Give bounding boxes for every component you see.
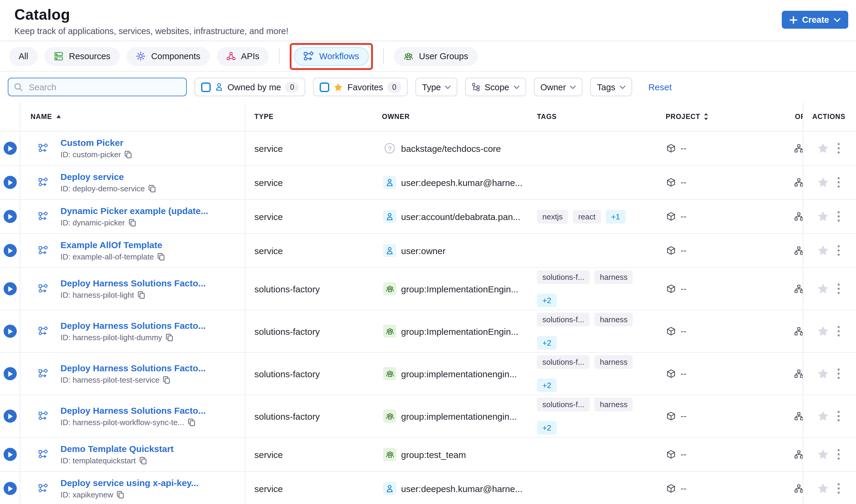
org-chart-icon[interactable]: [794, 178, 803, 187]
org-chart-icon[interactable]: [794, 484, 803, 493]
search-input[interactable]: [28, 82, 181, 92]
copy-icon[interactable]: [188, 418, 195, 426]
favorite-star-button[interactable]: [817, 283, 829, 295]
run-workflow-button[interactable]: [3, 482, 16, 495]
run-workflow-button[interactable]: [3, 367, 16, 380]
entity-name-link[interactable]: Custom Picker: [61, 138, 123, 148]
chevron-down-icon: [570, 85, 576, 89]
favorites-checkbox[interactable]: [320, 82, 329, 92]
owner-filter-dropdown[interactable]: Owner: [534, 78, 582, 96]
row-menu-button[interactable]: [837, 411, 840, 421]
run-workflow-button[interactable]: [3, 244, 16, 257]
copy-icon[interactable]: [117, 491, 124, 499]
row-menu-button[interactable]: [837, 483, 840, 494]
row-menu-button[interactable]: [837, 283, 840, 294]
tab-user-groups[interactable]: User Groups: [394, 47, 478, 66]
run-workflow-button[interactable]: [3, 142, 16, 155]
copy-icon[interactable]: [157, 253, 165, 261]
tab-resources[interactable]: Resources: [44, 47, 120, 66]
entity-name-link[interactable]: Example AllOf Template: [61, 240, 162, 250]
entity-name-link[interactable]: Deploy Harness Solutions Facto...: [61, 363, 206, 373]
favorite-star-button[interactable]: [817, 483, 829, 494]
reset-filters-link[interactable]: Reset: [648, 82, 672, 92]
org-chart-icon[interactable]: [794, 246, 803, 255]
org-chart-icon[interactable]: [794, 412, 803, 420]
copy-icon[interactable]: [149, 185, 156, 193]
entity-name-link[interactable]: Deploy service: [61, 172, 124, 182]
column-header-project[interactable]: PROJECT: [666, 102, 778, 131]
tags: solutions-f...harness+2: [537, 313, 662, 350]
copy-icon[interactable]: [124, 151, 132, 159]
row-menu-button[interactable]: [837, 211, 840, 222]
owned-by-me-checkbox[interactable]: [201, 82, 211, 92]
workflow-icon: [38, 326, 48, 336]
favorite-star-button[interactable]: [817, 142, 829, 154]
tags-filter-dropdown[interactable]: Tags: [590, 78, 632, 96]
favorite-star-button[interactable]: [817, 176, 829, 188]
favorite-star-button[interactable]: [817, 245, 829, 256]
more-tags-pill[interactable]: +2: [537, 421, 557, 435]
sort-ascending-icon: [56, 115, 61, 119]
tag-pill: solutions-f...: [537, 270, 589, 284]
entity-name-link[interactable]: Deploy Harness Solutions Facto...: [61, 406, 206, 415]
play-icon: [6, 179, 13, 186]
entity-name-link[interactable]: Dynamic Picker example (update...: [61, 206, 208, 216]
copy-icon[interactable]: [129, 219, 136, 227]
run-workflow-button[interactable]: [3, 325, 16, 338]
entity-name-link[interactable]: Deploy Harness Solutions Facto...: [61, 321, 206, 330]
more-tags-pill[interactable]: +2: [537, 378, 557, 392]
org-chart-icon[interactable]: [794, 212, 803, 221]
copy-icon[interactable]: [163, 376, 170, 384]
row-menu-button[interactable]: [837, 177, 840, 188]
entity-name-link[interactable]: Deploy service using x-api-key...: [61, 478, 199, 488]
entity-id: ID: harness-pilot-test-service: [61, 376, 159, 384]
tab-workflows[interactable]: Workflows: [294, 47, 369, 66]
row-menu-button[interactable]: [837, 245, 840, 256]
copy-icon[interactable]: [138, 291, 145, 299]
org-chart-icon[interactable]: [794, 369, 803, 378]
favorite-star-button[interactable]: [817, 211, 829, 222]
row-menu-button[interactable]: [837, 449, 840, 460]
entity-name-link[interactable]: Deploy Harness Solutions Facto...: [61, 278, 206, 288]
tags: solutions-f...harness+2: [537, 270, 662, 307]
run-workflow-button[interactable]: [3, 410, 16, 423]
run-workflow-button[interactable]: [3, 176, 16, 189]
more-tags-pill[interactable]: +2: [537, 336, 557, 350]
org-chart-icon[interactable]: [794, 327, 803, 336]
favorite-star-button[interactable]: [817, 410, 829, 422]
project-value: --: [681, 178, 686, 187]
person-icon: [215, 83, 223, 91]
favorite-star-button[interactable]: [817, 368, 829, 380]
entity-type: service: [254, 483, 283, 493]
org-chart-icon[interactable]: [794, 144, 803, 153]
favorites-filter[interactable]: Favorites 0: [313, 78, 408, 96]
entity-name-link[interactable]: Demo Template Quickstart: [61, 444, 174, 454]
more-tags-pill[interactable]: +1: [606, 210, 626, 223]
scope-filter-dropdown[interactable]: Scope: [465, 78, 526, 96]
run-workflow-button[interactable]: [3, 448, 16, 461]
row-menu-button[interactable]: [837, 368, 840, 379]
org-chart-icon[interactable]: [794, 284, 803, 293]
unknown-owner-icon: ?: [383, 142, 396, 155]
copy-icon[interactable]: [139, 457, 147, 465]
owned-by-me-filter[interactable]: Owned by me 0: [194, 78, 306, 96]
tab-components[interactable]: Components: [126, 47, 210, 66]
create-button[interactable]: Create: [782, 11, 848, 29]
favorite-star-button[interactable]: [817, 448, 829, 460]
favorite-star-button[interactable]: [817, 325, 829, 337]
svg-text:?: ?: [388, 145, 392, 152]
run-workflow-button[interactable]: [3, 210, 16, 223]
run-workflow-button[interactable]: [3, 282, 16, 295]
more-tags-pill[interactable]: +2: [537, 293, 557, 307]
tab-apis[interactable]: APIs: [217, 47, 269, 66]
row-menu-button[interactable]: [837, 326, 840, 337]
org-chart-icon[interactable]: [794, 450, 803, 459]
entity-type: service: [254, 143, 283, 154]
tab-all[interactable]: All: [9, 47, 38, 66]
project-cube-icon: [666, 143, 676, 153]
row-menu-button[interactable]: [837, 143, 840, 154]
entity-type: service: [254, 246, 283, 256]
type-filter-dropdown[interactable]: Type: [415, 78, 458, 96]
column-header-name[interactable]: NAME: [20, 102, 245, 131]
copy-icon[interactable]: [166, 334, 173, 341]
